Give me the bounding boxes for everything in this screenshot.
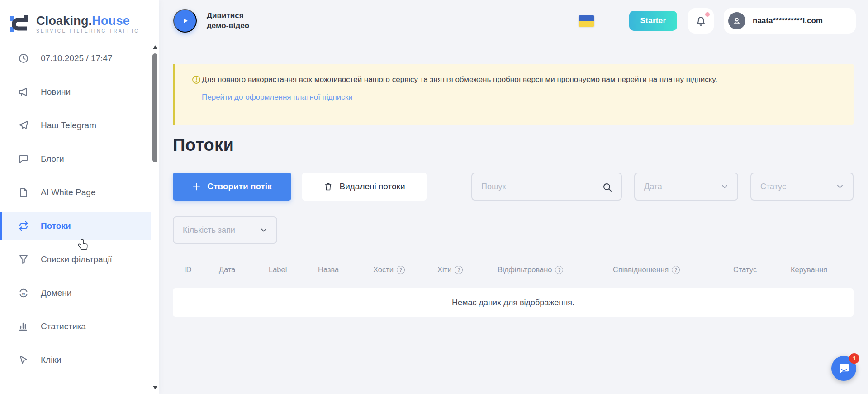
- sidebar-item-news[interactable]: Новини: [0, 78, 151, 106]
- sidebar-item-label: Новини: [41, 87, 71, 97]
- sidebar-item-label: 07.10.2025 / 17:47: [41, 53, 112, 63]
- flag-blue-stripe: [579, 15, 594, 21]
- brand-name-accent: House: [92, 14, 130, 28]
- page-icon: [18, 187, 29, 198]
- column-header-hosts: Хости?: [373, 265, 405, 274]
- sidebar-item-flows[interactable]: Потоки: [0, 212, 151, 240]
- sidebar-item-telegram[interactable]: Наш Telegram: [0, 111, 151, 139]
- telegram-icon: [18, 120, 29, 131]
- table-empty-state: Немає даних для відображення.: [173, 288, 854, 317]
- per-page-label: Кількість запи: [183, 226, 235, 235]
- column-header-id: ID: [184, 265, 192, 274]
- brand-tagline: SERVICE FILTERING TRAFFIC: [36, 29, 139, 34]
- sidebar-item-datetime[interactable]: 07.10.2025 / 17:47: [0, 44, 151, 72]
- brand-logo-text: Cloaking.House SERVICE FILTERING TRAFFIC: [36, 14, 139, 34]
- upgrade-subscription-link[interactable]: Перейти до оформлення платної підписки: [202, 93, 353, 102]
- clock-icon: [18, 53, 29, 64]
- trash-icon: [323, 182, 333, 192]
- brand-logo-icon: [10, 14, 31, 34]
- search-icon[interactable]: [602, 182, 613, 193]
- svg-text:w: w: [21, 291, 25, 296]
- chevron-down-icon: [259, 226, 268, 235]
- chat-bubble-icon: [18, 154, 29, 164]
- sidebar-item-clicks[interactable]: Кліки: [0, 346, 151, 374]
- column-header-actions: Керування: [791, 265, 827, 274]
- column-header-date: Дата: [219, 265, 236, 274]
- sidebar-item-label: Списки фільтрації: [41, 255, 112, 264]
- cursor-icon: [18, 355, 29, 365]
- table-header-row: ID Дата Label Назва Хости? Хіти? Відфіль…: [173, 264, 854, 278]
- sidebar-item-label: Статистика: [41, 322, 86, 332]
- chevron-down-icon: [835, 182, 844, 191]
- sidebar-item-label: Наш Telegram: [41, 120, 96, 130]
- per-page-select[interactable]: Кількість запи: [173, 216, 277, 244]
- column-header-filtered: Відфільтровано?: [498, 265, 563, 274]
- column-header-name: Назва: [318, 265, 339, 274]
- plus-icon: [192, 183, 201, 191]
- scrollbar-thumb[interactable]: [152, 53, 157, 162]
- user-account-button[interactable]: naata**********l.com: [724, 8, 856, 34]
- chevron-down-icon: [720, 182, 729, 191]
- language-flag-ukraine[interactable]: [579, 15, 594, 27]
- deleted-flows-label: Видалені потоки: [339, 182, 405, 192]
- flag-yellow-stripe: [579, 21, 594, 27]
- scrollbar-down-arrow-icon[interactable]: [153, 386, 157, 389]
- sidebar-scrollbar[interactable]: [152, 45, 158, 389]
- sidebar-item-blogs[interactable]: Блоги: [0, 145, 151, 173]
- flows-icon: [18, 221, 29, 231]
- help-icon[interactable]: ?: [455, 266, 463, 274]
- page-title: Потоки: [173, 135, 854, 155]
- demo-video-label[interactable]: Дивитися демо-відео: [207, 11, 249, 31]
- column-header-label: Label: [269, 265, 287, 274]
- column-header-ratio: Співвідношення?: [613, 265, 680, 274]
- chat-launcher-button[interactable]: 1: [831, 356, 856, 381]
- person-icon: [732, 16, 742, 26]
- sidebar-item-label: AI White Page: [41, 187, 95, 197]
- help-icon[interactable]: ?: [672, 266, 680, 274]
- date-filter-select[interactable]: Дата: [634, 173, 738, 201]
- help-icon[interactable]: ?: [397, 266, 405, 274]
- status-filter-select[interactable]: Статус: [750, 173, 854, 201]
- bell-icon: [695, 15, 707, 27]
- search-box: [471, 173, 622, 201]
- sidebar-nav: 07.10.2025 / 17:47 Новини Наш Telegram Б…: [0, 44, 159, 374]
- sidebar-item-label: Кліки: [41, 355, 61, 365]
- column-header-status: Статус: [733, 265, 757, 274]
- column-header-hits: Хіти?: [437, 265, 463, 274]
- sidebar-item-filter-lists[interactable]: Списки фільтрації: [0, 245, 151, 274]
- per-page-row: Кількість запи: [173, 216, 854, 244]
- bar-chart-icon: [18, 321, 29, 332]
- empty-message: Немає даних для відображення.: [452, 298, 574, 308]
- chat-unread-badge: 1: [849, 353, 859, 364]
- sidebar-item-ai-white-page[interactable]: AI White Page: [0, 178, 151, 207]
- notifications-button[interactable]: [688, 8, 714, 34]
- demo-video-line2: демо-відео: [207, 21, 249, 31]
- domain-icon: w: [18, 288, 29, 298]
- deleted-flows-button[interactable]: Видалені потоки: [302, 173, 427, 201]
- create-flow-label: Створити потік: [207, 182, 271, 192]
- sidebar-item-label: Потоки: [41, 221, 71, 231]
- search-input[interactable]: [472, 182, 590, 192]
- date-filter-label: Дата: [644, 182, 662, 192]
- trial-warning-banner: Для повного використання всіх можливосте…: [173, 64, 854, 125]
- plan-badge-button[interactable]: Starter: [629, 11, 677, 31]
- avatar: [728, 12, 745, 29]
- brand-name-primary: Cloaking.: [36, 14, 92, 28]
- user-email: naata**********l.com: [753, 16, 823, 25]
- chat-messenger-icon: [837, 362, 851, 375]
- demo-video-play-button[interactable]: [173, 9, 197, 33]
- help-icon[interactable]: ?: [555, 266, 563, 274]
- create-flow-button[interactable]: Створити потік: [173, 173, 291, 201]
- sidebar: Cloaking.House SERVICE FILTERING TRAFFIC…: [0, 0, 159, 394]
- play-icon: [180, 15, 190, 26]
- main-content: Для повного використання всіх можливосте…: [159, 42, 868, 394]
- toolbar: Створити потік Видалені потоки Дата Стат…: [173, 173, 854, 201]
- brand-logo[interactable]: Cloaking.House SERVICE FILTERING TRAFFIC: [0, 0, 159, 34]
- filter-icon: [18, 254, 29, 265]
- demo-video-line1: Дивитися: [207, 11, 249, 21]
- megaphone-icon: [18, 86, 29, 97]
- sidebar-item-domains[interactable]: w Домени: [0, 279, 151, 307]
- notification-dot: [705, 12, 710, 17]
- scrollbar-up-arrow-icon[interactable]: [153, 45, 157, 49]
- sidebar-item-statistics[interactable]: Статистика: [0, 312, 151, 341]
